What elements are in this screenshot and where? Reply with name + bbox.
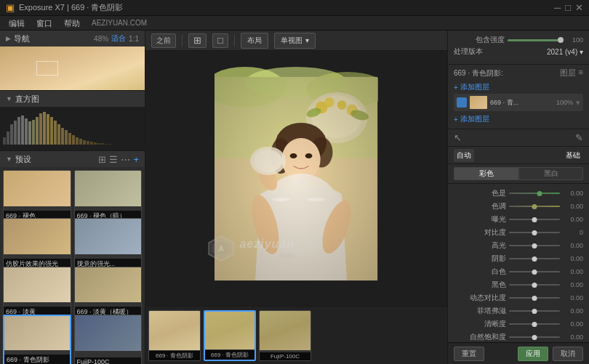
menu-window[interactable]: 窗口 (31, 16, 58, 31)
film-thumb[interactable]: 669 · 青色阴影 (148, 310, 201, 361)
app-icon: ▣ (6, 2, 15, 13)
adj-slider-whites[interactable] (509, 271, 560, 272)
contain-strength-slider[interactable] (508, 39, 560, 41)
pencil-icon[interactable]: ✎ (575, 132, 583, 143)
maximize-btn[interactable]: □ (565, 2, 571, 13)
adj-value: 0.00 (563, 294, 583, 302)
window-controls[interactable]: ─ □ ✕ (554, 2, 583, 13)
preset-item[interactable]: 669 · 褪色 (3, 170, 71, 222)
film-thumb-name: 669 · 青色阴影 (149, 351, 200, 360)
adj-slider-filmgrain[interactable] (509, 310, 560, 312)
adj-slider-row-vibrance: 自然饱和度 0.00 (454, 331, 583, 342)
adj-label: 曝光 (454, 214, 506, 225)
svg-rect-22 (83, 140, 86, 145)
bw-tab[interactable]: 黑白 (518, 167, 583, 180)
layer-item[interactable]: 669 · 青... 100% ▾ (454, 94, 583, 111)
grid-icon-btn[interactable]: ⊞ (188, 33, 207, 48)
svg-rect-3 (14, 121, 17, 145)
preset-item[interactable]: 669 · 淡黄 (3, 267, 71, 319)
layer-more-btn[interactable]: ▾ (576, 98, 580, 108)
adj-tab-basic[interactable]: 基础 (563, 149, 583, 162)
preset-name: FujiP-100C (75, 357, 142, 364)
adj-label: 自然饱和度 (454, 332, 506, 342)
color-tab[interactable]: 彩色 (454, 167, 518, 180)
menu-edit[interactable]: 编辑 (3, 16, 31, 31)
presets-grid-view-icon[interactable]: ⊞ (98, 154, 106, 165)
svg-rect-25 (94, 142, 97, 145)
cancel-button[interactable]: 取消 (553, 347, 583, 361)
add-layer-btn[interactable]: + 添加图层 (454, 81, 583, 94)
view-mode-btn[interactable]: 单视图 ▾ (274, 33, 316, 49)
menubar: 编辑 窗口 帮助 AEZIYUAN.COM (0, 16, 589, 31)
adj-value: 0.00 (563, 268, 583, 275)
film-thumb[interactable]: FujiP-100C (259, 310, 311, 361)
svg-rect-24 (90, 142, 93, 145)
minimize-btn[interactable]: ─ (554, 2, 561, 13)
menu-aezi[interactable]: AEZIYUAN.COM (86, 16, 153, 31)
adj-slider-row-highlights: 高光 0.00 (454, 239, 583, 252)
adj-tab-auto[interactable]: 自动 (454, 149, 474, 162)
adj-value: 0 (563, 229, 583, 236)
adj-slider-row-whites: 白色 0.00 (454, 265, 583, 278)
layout-label: 布局 (247, 36, 262, 46)
adj-slider-blacks[interactable] (509, 284, 560, 286)
preset-item[interactable]: 669 · 淡黄（橘暖） (74, 267, 143, 319)
title-left: ▣ Exposure X7 | 669 · 青色阴影 (6, 2, 123, 13)
presets-options-icon[interactable]: ⋯ (121, 154, 130, 165)
process-version-value[interactable]: 2021 (v4) ▾ (547, 48, 583, 56)
preset-item[interactable]: FujiP-100C (74, 315, 143, 364)
adj-slider-vibrance[interactable] (509, 336, 560, 338)
svg-rect-0 (3, 137, 6, 145)
close-btn[interactable]: ✕ (575, 2, 583, 13)
svg-rect-17 (65, 130, 68, 145)
reset-button[interactable]: 重置 (454, 347, 484, 361)
layers-icon[interactable]: ≡ (579, 68, 583, 78)
menu-help[interactable]: 帮助 (58, 16, 86, 31)
preset-item-active[interactable]: 669 · 青色阴影 (3, 315, 71, 364)
histogram-header-left: ▼ 直方图 (6, 94, 39, 105)
adj-slider-hue[interactable] (509, 193, 560, 194)
add-icon: + (454, 84, 458, 92)
histogram-header[interactable]: ▼ 直方图 (0, 91, 145, 107)
main-image-wrapper (215, 66, 377, 291)
svg-rect-61 (215, 76, 377, 280)
adj-slider-row-hue: 色是 0.00 (454, 187, 583, 200)
film-thumb-active[interactable]: 669 · 青色阴影 (204, 310, 256, 361)
preset-item[interactable]: 669 · 褪色（暗） (74, 170, 143, 222)
adj-slider-row-shadows: 阴影 0.00 (454, 252, 583, 265)
adj-slider-highlights[interactable] (509, 245, 560, 246)
single-icon-btn[interactable]: □ (212, 33, 228, 48)
before-btn[interactable]: 之前 (151, 33, 176, 48)
presets-add-icon[interactable]: + (133, 154, 139, 165)
adj-slider-dyncontrast[interactable] (509, 297, 560, 299)
adj-slider-sat[interactable] (509, 206, 560, 207)
adj-label: 黑色 (454, 280, 506, 290)
tool-cursor-icon[interactable]: ↖ (454, 132, 462, 143)
right-panel: 包含强度 100 处理版本 2021 (v4) ▾ 669 · 青色阴影: 图层… (447, 31, 589, 364)
preset-item[interactable]: 仿胶片效果的强光 (3, 218, 71, 270)
adj-value: 0.00 (563, 307, 583, 315)
layout-btn[interactable]: 布局 (241, 33, 268, 49)
add-layer2-label: 添加图层 (460, 114, 489, 124)
add-layer-btn-2[interactable]: + 添加图层 (454, 113, 583, 126)
fit-label[interactable]: 适合 (111, 33, 126, 44)
adj-slider-row-filmgrain: 菲塔弗滋 0.00 (454, 304, 583, 318)
adj-slider-contrast[interactable] (509, 232, 560, 233)
film-thumb-name: 669 · 青色阴影 (205, 350, 255, 360)
adj-value: 0.00 (563, 203, 583, 210)
presets-section: ▼ 预设 ⊞ ☰ ⋯ + 669 · 褪色 669 · 褪色（ (0, 151, 145, 364)
app-title: Exposure X7 | 669 · 青色阴影 (19, 2, 123, 13)
navigator-preview (0, 46, 145, 90)
presets-list-view-icon[interactable]: ☰ (109, 154, 118, 165)
adj-slider-clarity[interactable] (509, 323, 560, 325)
add-layer-label: 添加图层 (460, 82, 489, 92)
svg-rect-11 (43, 112, 46, 145)
adj-slider-shadows[interactable] (509, 258, 560, 259)
navigator-header[interactable]: ▶ 导航 48% 适合 1:1 (0, 31, 145, 46)
adj-slider-exposure[interactable] (509, 219, 560, 220)
apply-button[interactable]: 应用 (518, 347, 548, 361)
preset-item[interactable]: 拢意的强光... (74, 218, 143, 270)
svg-rect-18 (68, 133, 71, 145)
adj-value: 0.00 (563, 333, 583, 341)
tool-icon-row: ↖ ✎ (448, 129, 589, 147)
